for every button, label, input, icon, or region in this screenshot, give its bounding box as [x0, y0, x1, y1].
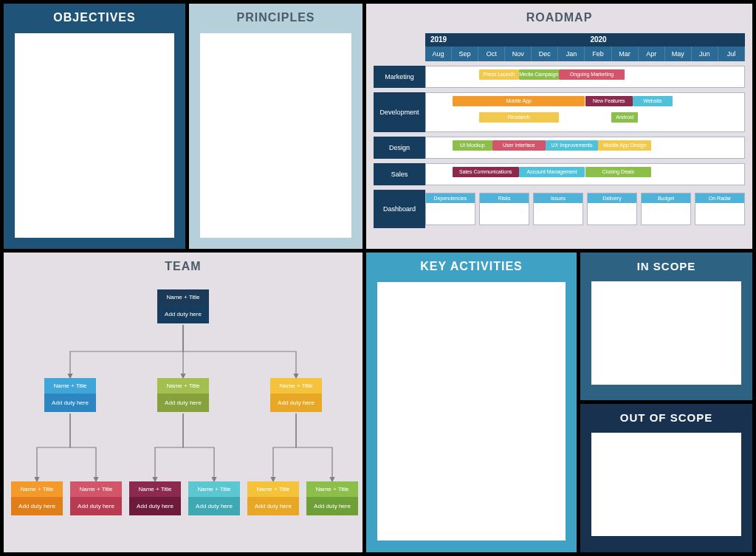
- team-node[interactable]: Name + TitleAdd duty here: [44, 378, 96, 412]
- in-scope-content[interactable]: [591, 281, 741, 385]
- dashboard-card-title: On Radar: [695, 193, 744, 203]
- team-node-duty: Add duty here: [129, 497, 181, 515]
- roadmap-row-label: Sales: [374, 163, 425, 185]
- out-of-scope-panel: OUT OF SCOPE: [580, 404, 752, 552]
- roadmap-month: Mar: [612, 47, 639, 61]
- team-node[interactable]: Name + TitleAdd duty here: [70, 481, 122, 515]
- roadmap-month: Oct: [478, 47, 505, 61]
- roadmap-bar[interactable]: Research: [479, 112, 559, 123]
- roadmap-bar[interactable]: Ongoing Marketing: [559, 69, 625, 80]
- out-of-scope-content[interactable]: [591, 433, 741, 536]
- roadmap-row: DesignUI MockupUser InterfaceUX Improvem…: [374, 137, 745, 159]
- roadmap-month: Feb: [585, 47, 611, 61]
- roadmap-row: DevelopmentMobile AppNew FeaturesWebsite…: [374, 92, 745, 132]
- team-node-title: Name + Title: [306, 481, 358, 497]
- principles-title: PRINCIPLES: [189, 4, 362, 33]
- team-panel: TEAM Name + TitleAdd duty hereName + Tit…: [4, 253, 362, 552]
- roadmap-month: Sep: [452, 47, 478, 61]
- team-node-duty: Add duty here: [44, 394, 96, 412]
- roadmap-row-body[interactable]: Mobile AppNew FeaturesWebsiteResearchAnd…: [425, 92, 745, 132]
- roadmap-bar[interactable]: UX Improvements: [546, 140, 599, 151]
- roadmap-month: Jan: [558, 47, 585, 61]
- team-node-duty: Add duty here: [306, 497, 358, 515]
- team-node-title: Name + Title: [70, 481, 122, 497]
- in-scope-panel: IN SCOPE: [580, 253, 752, 400]
- roadmap-bar[interactable]: Android: [611, 112, 638, 123]
- out-of-scope-title: OUT OF SCOPE: [580, 404, 752, 433]
- dashboard-card[interactable]: Budget: [641, 193, 691, 225]
- principles-content[interactable]: [200, 33, 351, 238]
- roadmap-bar[interactable]: Mobile App: [453, 96, 585, 106]
- team-node-duty: Add duty here: [188, 497, 240, 515]
- team-node-title: Name + Title: [129, 481, 181, 497]
- roadmap-bar[interactable]: Sales Communications: [453, 167, 519, 177]
- roadmap-year: 2020: [452, 33, 745, 47]
- principles-panel: PRINCIPLES: [189, 4, 362, 249]
- dashboard-card[interactable]: Issues: [533, 193, 583, 225]
- roadmap-row-label: Development: [374, 92, 425, 132]
- roadmap-panel: ROADMAP 2019 2020 AugSepOctNovDecJanFebM…: [366, 4, 752, 249]
- team-node-title: Name + Title: [44, 378, 96, 394]
- roadmap-bar[interactable]: UI Mockup: [453, 140, 492, 151]
- team-node-duty: Add duty here: [157, 394, 209, 412]
- roadmap-month: Jul: [718, 47, 745, 61]
- roadmap-months-row: AugSepOctNovDecJanFebMarAprMayJunJul: [425, 47, 745, 61]
- roadmap-month: Jun: [692, 47, 718, 61]
- roadmap-row: SalesSales CommunicationsAccount Managem…: [374, 163, 745, 185]
- key-activities-panel: KEY ACTIVITIES: [366, 253, 577, 552]
- roadmap-bar[interactable]: Mobile App Design: [598, 140, 651, 151]
- roadmap-bar[interactable]: New Features: [585, 96, 633, 106]
- objectives-panel: OBJECTIVES: [4, 4, 185, 249]
- team-node[interactable]: Name + TitleAdd duty here: [270, 378, 322, 412]
- team-node-duty: Add duty here: [157, 305, 209, 323]
- roadmap-bar[interactable]: Website: [633, 96, 673, 106]
- roadmap-row-body[interactable]: Sales CommunicationsAccount ManagementCl…: [425, 163, 745, 185]
- dashboard-card-title: Dependencies: [426, 193, 475, 203]
- dashboard-card[interactable]: Delivery: [587, 193, 637, 225]
- team-node[interactable]: Name + TitleAdd duty here: [157, 378, 209, 412]
- dashboard-card[interactable]: Dependencies: [425, 193, 475, 225]
- team-node-title: Name + Title: [247, 481, 299, 497]
- dashboard-card-title: Delivery: [588, 193, 636, 203]
- team-node[interactable]: Name + TitleAdd duty here: [11, 481, 63, 515]
- team-node[interactable]: Name + TitleAdd duty here: [129, 481, 181, 515]
- roadmap-row: MarketingPress LaunchMedia CampaignOngoi…: [374, 66, 745, 88]
- roadmap-bar[interactable]: Press Launch: [479, 69, 519, 80]
- objectives-title: OBJECTIVES: [4, 4, 185, 33]
- roadmap-month: Nov: [505, 47, 532, 61]
- team-node-duty: Add duty here: [270, 394, 322, 412]
- roadmap-bar[interactable]: User Interface: [492, 140, 546, 151]
- team-node[interactable]: Name + TitleAdd duty here: [157, 289, 209, 323]
- team-node[interactable]: Name + TitleAdd duty here: [247, 481, 299, 515]
- roadmap-month: Dec: [532, 47, 558, 61]
- team-node-title: Name + Title: [188, 481, 240, 497]
- dashboard-card-title: Budget: [642, 193, 690, 203]
- team-node-title: Name + Title: [157, 289, 209, 305]
- team-title: TEAM: [4, 253, 362, 282]
- roadmap-row-body[interactable]: Press LaunchMedia CampaignOngoing Market…: [425, 66, 745, 88]
- roadmap-month: May: [665, 47, 692, 61]
- dashboard-card[interactable]: Risks: [479, 193, 529, 225]
- key-activities-title: KEY ACTIVITIES: [366, 253, 577, 282]
- team-node-title: Name + Title: [11, 481, 63, 497]
- roadmap-row-label: Dashboard: [374, 190, 425, 228]
- roadmap-row-label: Marketing: [374, 66, 425, 88]
- roadmap-row-body[interactable]: UI MockupUser InterfaceUX ImprovementsMo…: [425, 137, 745, 159]
- key-activities-content[interactable]: [377, 282, 566, 540]
- roadmap-year: 2019: [425, 33, 452, 47]
- dashboard-card-title: Risks: [480, 193, 529, 203]
- team-node[interactable]: Name + TitleAdd duty here: [306, 481, 358, 515]
- roadmap-bar[interactable]: Closing Deals: [585, 167, 652, 177]
- team-node[interactable]: Name + TitleAdd duty here: [188, 481, 240, 515]
- roadmap-bar[interactable]: Media Campaign: [519, 69, 559, 80]
- dashboard-card-title: Issues: [534, 193, 583, 203]
- dashboard-card[interactable]: On Radar: [695, 193, 745, 225]
- team-node-duty: Add duty here: [70, 497, 122, 515]
- roadmap-title: ROADMAP: [366, 4, 752, 33]
- roadmap-bar[interactable]: Account Management: [519, 167, 585, 177]
- team-node-title: Name + Title: [157, 378, 209, 394]
- in-scope-title: IN SCOPE: [580, 253, 752, 281]
- roadmap-month: Aug: [425, 47, 452, 61]
- dashboard-cards: DependenciesRisksIssuesDeliveryBudgetOn …: [425, 190, 745, 228]
- objectives-content[interactable]: [15, 33, 174, 238]
